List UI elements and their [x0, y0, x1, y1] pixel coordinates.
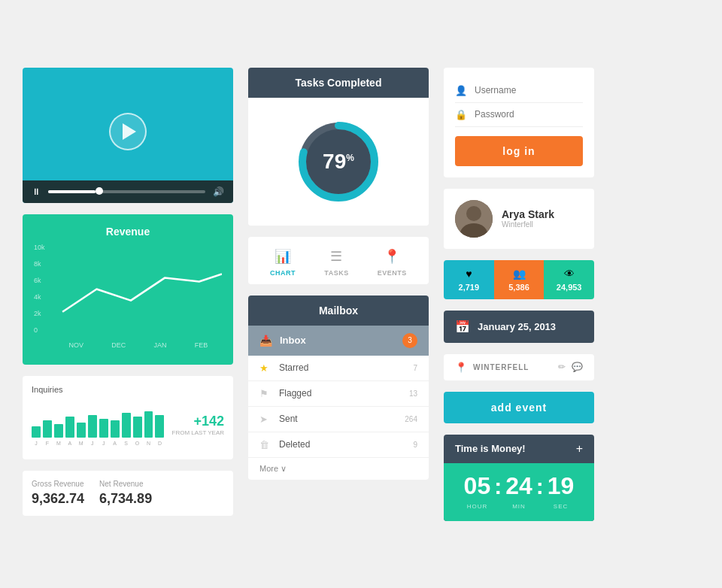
flagged-icon: ⚑ [259, 388, 272, 399]
inquiries-bars [32, 400, 165, 438]
mailbox-item-sent[interactable]: ➤ Sent 264 [248, 407, 429, 432]
colon-2: : [536, 474, 544, 499]
seconds-label: SEC [554, 503, 568, 510]
profile-info: Arya Stark Winterfell [502, 208, 554, 229]
likes-value: 2,719 [459, 283, 480, 292]
views-value: 24,953 [557, 283, 582, 292]
tab-chart[interactable]: 📊 CHART [270, 248, 296, 277]
video-player: ⏸ 🔊 [23, 68, 233, 203]
tab-events[interactable]: 📍 EVENTS [378, 248, 407, 277]
hours-value: 05 [464, 472, 491, 500]
inquiries-change: +142 FROM LAST YEAR [172, 414, 225, 436]
inquiries-section: Inquiries [23, 376, 233, 459]
volume-icon[interactable]: 🔊 [213, 186, 224, 197]
bar-11 [144, 411, 153, 438]
net-revenue: Net Revenue 6,734.89 [99, 480, 152, 507]
inquiries-sublabel: FROM LAST YEAR [172, 429, 225, 436]
minutes-label: MIN [512, 503, 526, 510]
donut-chart: 79% [290, 113, 387, 211]
stat-users[interactable]: 👥 5,386 [494, 260, 545, 299]
tasks-tab-icon: ☰ [330, 248, 342, 265]
message-icon[interactable]: 💬 [572, 362, 583, 372]
location-text: WINTERFELL [473, 363, 552, 371]
timer-plus-icon[interactable]: + [576, 442, 583, 456]
password-field: 🔒 [455, 103, 583, 127]
deleted-icon: 🗑 [259, 439, 272, 450]
bar-9 [122, 413, 131, 438]
video-controls: ⏸ 🔊 [23, 180, 233, 203]
timer-title: Time is Money! [455, 443, 526, 454]
chart-tab-label: CHART [270, 269, 296, 277]
deleted-label: Deleted [279, 439, 405, 450]
add-event-button[interactable]: add event [444, 392, 594, 423]
starred-count: 7 [413, 364, 417, 372]
inbox-label: Inbox [280, 335, 395, 346]
avatar-image [455, 200, 493, 238]
stats-row: ♥ 2,719 👥 5,386 👁 24,953 [444, 260, 594, 299]
eye-icon: 👁 [564, 268, 575, 280]
username-input[interactable] [475, 85, 583, 95]
stat-views[interactable]: 👁 24,953 [544, 260, 594, 299]
heart-icon: ♥ [466, 268, 472, 280]
calendar-date: January 25, 2013 [478, 321, 556, 332]
mailbox-header: Mailbox [248, 296, 429, 326]
timer-hours: 05 HOUR [464, 472, 491, 510]
tasks-completed-widget: Tasks Completed 79% [248, 68, 429, 226]
timer-body: 05 HOUR : 24 MIN : 19 SEC [444, 463, 594, 521]
tasks-header: Tasks Completed [248, 68, 429, 98]
pause-icon[interactable]: ⏸ [32, 186, 41, 197]
tab-tasks[interactable]: ☰ TASKS [324, 248, 348, 277]
sent-count: 264 [405, 415, 417, 423]
gross-label: Gross Revenue [32, 480, 84, 488]
mailbox-inbox[interactable]: 📥 Inbox 3 [248, 326, 429, 356]
net-value: 6,734.89 [99, 491, 152, 507]
progress-dot [96, 187, 103, 195]
calendar-icon: 📅 [455, 320, 470, 334]
chart-x-labels: NOV DEC JAN FEB [55, 341, 222, 349]
user-icon: 👤 [455, 85, 467, 96]
net-label: Net Revenue [99, 480, 152, 488]
stat-likes[interactable]: ♥ 2,719 [444, 260, 494, 299]
chart-y-labels: 10k 8k 6k 4k 2k 0 [34, 244, 55, 334]
profile-location: Winterfell [502, 220, 554, 229]
hours-label: HOUR [467, 503, 488, 510]
seconds-value: 19 [548, 472, 575, 500]
flagged-count: 13 [409, 389, 417, 398]
password-input[interactable] [475, 109, 583, 120]
avatar [455, 200, 493, 238]
inbox-icon: 📥 [259, 335, 272, 347]
play-button[interactable] [109, 113, 147, 150]
mailbox-widget: Mailbox 📥 Inbox 3 ★ Starred 7 ⚑ Flagged … [248, 296, 429, 480]
revenue-numbers: Gross Revenue 9,362.74 Net Revenue 6,734… [23, 471, 233, 516]
login-form: 👤 🔒 log in [444, 68, 594, 177]
location-row: 📍 WINTERFELL ✏ 💬 [444, 354, 594, 380]
bar-5 [77, 423, 86, 438]
donut-sup: % [346, 152, 354, 162]
username-field: 👤 [455, 79, 583, 103]
inquiries-row: J F M A M J J A S O N D +142 [32, 400, 224, 450]
svg-point-4 [466, 206, 481, 221]
progress-fill [48, 190, 96, 193]
inquiries-months: J F M A M J J A S O N D [32, 441, 165, 446]
mailbox-item-deleted[interactable]: 🗑 Deleted 9 [248, 432, 429, 458]
mailbox-item-starred[interactable]: ★ Starred 7 [248, 356, 429, 381]
chart-tab-icon: 📊 [275, 248, 291, 265]
users-icon: 👥 [513, 268, 526, 280]
tasks-tab-label: TASKS [324, 269, 348, 277]
bar-12 [155, 415, 164, 438]
bar-6 [88, 415, 97, 438]
edit-icon[interactable]: ✏ [558, 362, 566, 372]
gross-value: 9,362.74 [32, 491, 84, 507]
timer-minutes: 24 MIN [505, 472, 532, 510]
lock-icon: 🔒 [455, 109, 467, 120]
more-link[interactable]: More ∨ [248, 458, 429, 480]
calendar-widget: 📅 January 25, 2013 [444, 311, 594, 343]
right-column: 👤 🔒 log in Arya Stark [444, 68, 594, 521]
deleted-count: 9 [413, 441, 417, 449]
login-button[interactable]: log in [455, 136, 583, 166]
progress-bar[interactable] [48, 190, 205, 193]
mailbox-item-flagged[interactable]: ⚑ Flagged 13 [248, 381, 429, 407]
location-icon: 📍 [455, 362, 467, 373]
revenue-chart: Revenue 10k 8k 6k 4k 2k 0 NOV DEC JAN [23, 214, 233, 365]
inquiries-title: Inquiries [32, 385, 224, 394]
